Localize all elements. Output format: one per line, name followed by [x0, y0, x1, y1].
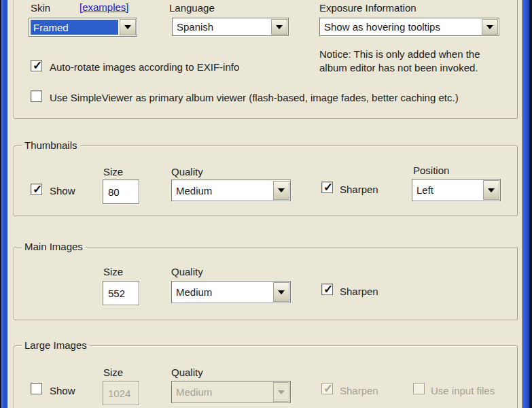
thumbnails-size-label: Size — [103, 166, 123, 177]
chevron-down-icon — [278, 290, 285, 294]
skin-combobox[interactable]: Framed — [29, 18, 137, 37]
exposure-label: Exposure Information — [319, 2, 416, 14]
large-use-input-files-checkbox — [413, 383, 425, 394]
simpleviewer-label[interactable]: Use SimpleViewer as primary album viewer… — [50, 92, 459, 103]
main-sharpen-label[interactable]: Sharpen — [340, 286, 378, 297]
language-label: Language — [169, 2, 215, 14]
main-quality-combobox[interactable]: Medium — [171, 281, 291, 303]
chevron-down-icon — [278, 390, 285, 394]
language-combobox-dropdown-button[interactable] — [271, 19, 287, 35]
exposure-notice-line1: Notice: This is only added when the — [319, 48, 480, 61]
skin-combobox-dropdown-button[interactable] — [120, 19, 136, 35]
chevron-down-icon — [486, 25, 493, 29]
autorotate-label[interactable]: Auto-rotate images according to EXIF-inf… — [50, 61, 239, 73]
window-border-left-blue — [1, 0, 7, 408]
large-quality-label: Quality — [171, 367, 203, 378]
thumbnails-groupbox-title: Thumbnails — [22, 139, 80, 151]
thumbnails-show-checkbox[interactable] — [31, 184, 42, 195]
large-show-checkbox[interactable] — [31, 383, 42, 394]
large-images-groupbox-title: Large Images — [22, 339, 90, 351]
thumbnails-position-label: Position — [413, 165, 449, 176]
thumbnails-size-input[interactable] — [103, 180, 139, 204]
large-size-label: Size — [103, 367, 123, 378]
thumbnails-sharpen-checkbox[interactable] — [321, 182, 333, 193]
main-sharpen-checkbox[interactable] — [321, 284, 333, 295]
thumbnails-quality-value: Medium — [172, 180, 272, 201]
main-size-input[interactable] — [103, 281, 139, 305]
thumbnails-position-value: Left — [412, 180, 482, 201]
thumbnails-show-label[interactable]: Show — [50, 185, 75, 197]
skin-combobox-value: Framed — [31, 20, 118, 35]
large-quality-dropdown-button — [273, 382, 289, 402]
main-quality-value: Medium — [172, 282, 272, 303]
settings-dialog: Skin [examples] Language Exposure Inform… — [0, 0, 532, 408]
large-quality-value: Medium — [172, 381, 272, 403]
language-combobox-value: Spanish — [173, 18, 270, 35]
main-size-label: Size — [103, 266, 123, 277]
skin-label: Skin — [31, 2, 50, 14]
exposure-combobox-dropdown-button[interactable] — [482, 19, 498, 35]
large-show-label[interactable]: Show — [50, 385, 75, 396]
exposure-notice: Notice: This is only added when the albu… — [319, 48, 480, 75]
thumbnails-quality-dropdown-button[interactable] — [273, 181, 289, 200]
exposure-combobox-value: Show as hovering tooltips — [320, 18, 481, 35]
main-images-groupbox-title: Main Images — [22, 241, 86, 252]
window-border-right-blue — [522, 0, 529, 408]
thumbnails-position-dropdown-button[interactable] — [483, 180, 499, 200]
chevron-down-icon — [488, 188, 495, 192]
main-quality-label: Quality — [171, 266, 203, 277]
exposure-combobox[interactable]: Show as hovering tooltips — [319, 18, 499, 36]
main-quality-dropdown-button[interactable] — [273, 282, 289, 302]
thumbnails-position-combobox[interactable]: Left — [412, 179, 501, 201]
simpleviewer-checkbox[interactable] — [31, 90, 42, 102]
large-use-input-files-label: Use input files — [431, 385, 495, 396]
window-border-right-black — [529, 0, 532, 408]
exposure-notice-line2: album editor has not been invoked. — [319, 61, 480, 75]
chevron-down-icon — [124, 25, 131, 29]
skin-examples-link[interactable]: [examples] — [79, 1, 129, 13]
thumbnails-quality-combobox[interactable]: Medium — [171, 180, 291, 201]
thumbnails-quality-label: Quality — [171, 166, 203, 177]
chevron-down-icon — [278, 188, 285, 192]
large-size-input — [103, 381, 139, 405]
thumbnails-sharpen-label[interactable]: Sharpen — [340, 184, 378, 195]
large-sharpen-label: Sharpen — [340, 385, 378, 396]
large-quality-combobox: Medium — [171, 381, 291, 403]
language-combobox[interactable]: Spanish — [172, 18, 289, 36]
chevron-down-icon — [276, 25, 283, 29]
large-sharpen-checkbox — [321, 383, 333, 394]
autorotate-checkbox[interactable] — [31, 60, 42, 71]
